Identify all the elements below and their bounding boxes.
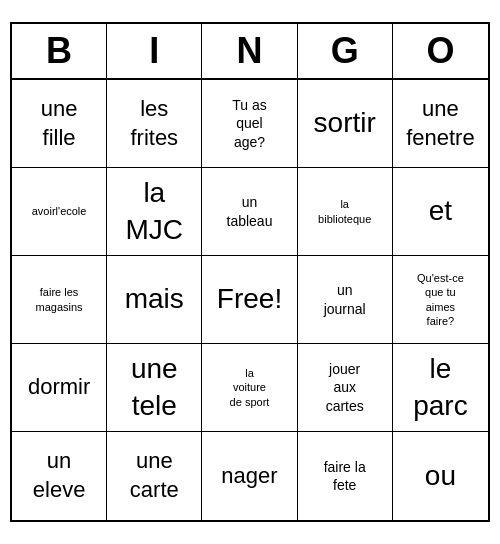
bingo-cell-9: et bbox=[393, 168, 488, 256]
bingo-cell-1: les frites bbox=[107, 80, 202, 168]
header-letter-b: B bbox=[12, 24, 107, 78]
cell-text-13: un journal bbox=[324, 281, 366, 317]
bingo-cell-14: Qu'est-ce que tu aimes faire? bbox=[393, 256, 488, 344]
cell-text-0: une fille bbox=[41, 95, 78, 152]
cell-text-7: un tableau bbox=[227, 193, 273, 229]
bingo-cell-21: une carte bbox=[107, 432, 202, 520]
cell-text-11: mais bbox=[125, 281, 184, 317]
cell-text-10: faire les magasins bbox=[36, 285, 83, 314]
bingo-cell-18: jouer aux cartes bbox=[298, 344, 393, 432]
cell-text-24: ou bbox=[425, 458, 456, 494]
cell-text-18: jouer aux cartes bbox=[326, 360, 364, 415]
cell-text-4: une fenetre bbox=[406, 95, 475, 152]
bingo-cell-2: Tu as quel age? bbox=[202, 80, 297, 168]
cell-text-2: Tu as quel age? bbox=[232, 96, 267, 151]
bingo-cell-16: une tele bbox=[107, 344, 202, 432]
bingo-cell-10: faire les magasins bbox=[12, 256, 107, 344]
cell-text-6: la MJC bbox=[126, 175, 184, 248]
bingo-header: BINGO bbox=[12, 24, 488, 80]
header-letter-o: O bbox=[393, 24, 488, 78]
bingo-card: BINGO une filleles fritesTu as quel age?… bbox=[10, 22, 490, 522]
bingo-cell-6: la MJC bbox=[107, 168, 202, 256]
bingo-cell-24: ou bbox=[393, 432, 488, 520]
bingo-cell-13: un journal bbox=[298, 256, 393, 344]
cell-text-16: une tele bbox=[131, 351, 178, 424]
cell-text-20: un eleve bbox=[33, 447, 86, 504]
bingo-cell-19: le parc bbox=[393, 344, 488, 432]
cell-text-8: la biblioteque bbox=[318, 197, 371, 226]
bingo-cell-23: faire la fete bbox=[298, 432, 393, 520]
bingo-cell-15: dormir bbox=[12, 344, 107, 432]
bingo-cell-20: un eleve bbox=[12, 432, 107, 520]
bingo-cell-22: nager bbox=[202, 432, 297, 520]
cell-text-3: sortir bbox=[314, 105, 376, 141]
bingo-cell-4: une fenetre bbox=[393, 80, 488, 168]
bingo-cell-12: Free! bbox=[202, 256, 297, 344]
cell-text-14: Qu'est-ce que tu aimes faire? bbox=[417, 271, 464, 328]
bingo-cell-11: mais bbox=[107, 256, 202, 344]
cell-text-5: avoirl'ecole bbox=[32, 204, 87, 218]
bingo-cell-8: la biblioteque bbox=[298, 168, 393, 256]
bingo-cell-7: un tableau bbox=[202, 168, 297, 256]
cell-text-23: faire la fete bbox=[324, 458, 366, 494]
bingo-cell-17: la voiture de sport bbox=[202, 344, 297, 432]
bingo-cell-3: sortir bbox=[298, 80, 393, 168]
cell-text-22: nager bbox=[221, 462, 277, 491]
cell-text-19: le parc bbox=[413, 351, 467, 424]
bingo-grid: une filleles fritesTu as quel age?sortir… bbox=[12, 80, 488, 520]
bingo-cell-5: avoirl'ecole bbox=[12, 168, 107, 256]
cell-text-17: la voiture de sport bbox=[230, 366, 270, 409]
cell-text-15: dormir bbox=[28, 373, 90, 402]
bingo-cell-0: une fille bbox=[12, 80, 107, 168]
cell-text-21: une carte bbox=[130, 447, 179, 504]
header-letter-g: G bbox=[298, 24, 393, 78]
cell-text-12: Free! bbox=[217, 281, 282, 317]
cell-text-1: les frites bbox=[130, 95, 178, 152]
cell-text-9: et bbox=[429, 193, 452, 229]
header-letter-i: I bbox=[107, 24, 202, 78]
header-letter-n: N bbox=[202, 24, 297, 78]
